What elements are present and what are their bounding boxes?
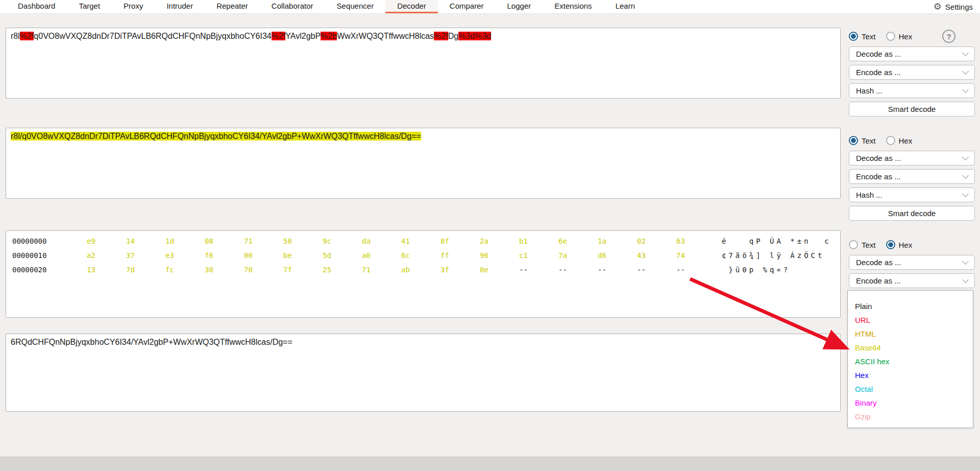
menu-item-base64[interactable]: Base64: [848, 341, 973, 355]
text-radio[interactable]: Text: [849, 136, 876, 145]
decode-as-select[interactable]: Decode as ...: [849, 151, 975, 166]
settings-label: Settings: [945, 3, 973, 11]
encode-as-select-label: Encode as ...: [856, 68, 901, 77]
tab-comparer[interactable]: Comparer: [438, 0, 496, 13]
smart-decode-button[interactable]: Smart decode: [849, 206, 975, 221]
hex-byte: 6e: [543, 237, 582, 245]
hex-radio-circle: [886, 136, 895, 145]
hex-offset: 00000020: [6, 266, 71, 274]
menu-item-ascii-hex[interactable]: ASCII hex: [848, 355, 973, 368]
decoder-result-area-1[interactable]: r8l/q0VO8wVXQZ8dnDr7DiTPAvLB6RQdCHFQnNpB…: [6, 128, 841, 199]
hex-byte: d6: [582, 251, 622, 260]
hex-offset: 00000000: [6, 237, 71, 245]
hex-byte: --: [582, 266, 622, 274]
hex-radio[interactable]: Hex: [886, 136, 913, 145]
tab-target[interactable]: Target: [67, 0, 112, 13]
hash-select-label: Hash ...: [856, 191, 883, 199]
hex-byte: --: [661, 266, 700, 274]
menu-item-plain[interactable]: Plain: [848, 299, 973, 313]
tab-repeater[interactable]: Repeater: [205, 0, 260, 13]
text-radio[interactable]: Text: [849, 240, 876, 249]
tab-dashboard[interactable]: Dashboard: [6, 0, 67, 13]
menu-item-html[interactable]: HTML: [848, 327, 973, 341]
menu-item-hex[interactable]: Hex: [848, 368, 973, 382]
encode-as-select[interactable]: Encode as ...: [849, 273, 975, 288]
hex-byte: 7f: [268, 266, 307, 274]
hex-byte: da: [347, 237, 386, 245]
text-radio-label: Text: [862, 241, 876, 249]
hex-byte: 37: [111, 251, 150, 260]
decoder-controls-1: TextHex?Decode as ...Encode as ...Hash .…: [849, 30, 975, 116]
hex-byte: 6c: [386, 251, 425, 260]
menu-item-binary[interactable]: Binary: [848, 396, 973, 410]
top-navbar: DashboardTargetProxyIntruderRepeaterColl…: [0, 0, 980, 14]
text-segment: r8l/q0VO8wVXQZ8dnDr7DiTPAvLB6RQdCHFQnNpB…: [11, 132, 421, 140]
tab-extensions[interactable]: Extensions: [543, 0, 603, 13]
view-mode-radios: TextHex: [849, 238, 975, 251]
hex-byte: fc: [150, 266, 189, 274]
text-segment: %2b: [321, 32, 337, 40]
text-segment: q0VO8wVXQZ8dnDr7DiTPAvLB6RQdCHFQnNpBjyqx…: [34, 32, 271, 40]
hex-byte: --: [543, 266, 582, 274]
tab-sequencer[interactable]: Sequencer: [325, 0, 386, 13]
decoder-controls-3: TextHexDecode as ...Encode as ...: [849, 238, 975, 288]
encode-as-select[interactable]: Encode as ...: [849, 169, 975, 184]
menu-item-gzip[interactable]: Gzip: [848, 410, 973, 423]
hex-byte: f6: [189, 251, 229, 260]
decoder-hex-area[interactable]: 00000000e9141d0871509cda418f2ab16e1a0263…: [6, 230, 841, 318]
hash-select[interactable]: Hash ...: [849, 83, 975, 98]
hash-select[interactable]: Hash ...: [849, 187, 975, 202]
hex-byte: 43: [622, 251, 661, 260]
tab-learn[interactable]: Learn: [604, 0, 647, 13]
tab-logger[interactable]: Logger: [496, 0, 543, 13]
decode-as-select-label: Decode as ...: [856, 258, 901, 267]
hex-radio[interactable]: Hex: [886, 240, 913, 249]
smart-decode-button[interactable]: Smart decode: [849, 102, 975, 116]
hex-byte: 3f: [425, 266, 464, 274]
hex-byte: b1: [504, 237, 543, 245]
hex-byte: 74: [661, 251, 700, 260]
hex-radio-circle: [886, 32, 895, 41]
hex-radio-label: Hex: [899, 136, 913, 145]
tab-proxy[interactable]: Proxy: [112, 0, 155, 13]
menu-item-octal[interactable]: Octal: [848, 382, 973, 396]
decode-as-select-label: Decode as ...: [856, 50, 901, 58]
hex-byte: a2: [71, 251, 111, 260]
decode-as-select[interactable]: Decode as ...: [849, 46, 975, 61]
text-segment: WwXrWQ3QTffwwcH8lcas: [337, 32, 434, 40]
hex-ascii: ¢7ãö¾] lÿ ÁzÖCt: [722, 251, 824, 260]
help-icon[interactable]: ?: [942, 30, 955, 43]
chevron-down-icon: [962, 258, 969, 265]
text-segment: YAvl2gbP: [285, 32, 321, 40]
hex-byte: 00: [229, 251, 268, 260]
tab-decoder[interactable]: Decoder: [385, 0, 438, 13]
hex-byte: 96: [464, 251, 504, 260]
hex-byte: --: [504, 266, 543, 274]
hex-byte: 7d: [111, 266, 150, 274]
settings-button[interactable]: ⚙ Settings: [934, 0, 980, 13]
nav-tabs: DashboardTargetProxyIntruderRepeaterColl…: [6, 0, 647, 13]
text-radio[interactable]: Text: [849, 32, 876, 41]
chevron-down-icon: [962, 68, 969, 75]
decoder-result-area-2[interactable]: 6RQdCHFQnNpBjyqxbhoCY6I34/YAvl2gbP+WwXrW…: [6, 334, 841, 412]
menu-item-url[interactable]: URL: [848, 313, 973, 327]
hex-byte: a0: [347, 251, 386, 260]
hex-byte: 71: [229, 237, 268, 245]
text-segment: 6RQdCHFQnNpBjyqxbhoCY6I34/YAvl2gbP+WwXrW…: [11, 338, 292, 346]
hex-byte: c1: [504, 251, 543, 260]
view-mode-radios: TextHex: [849, 134, 975, 147]
decode-as-select-label: Decode as ...: [856, 154, 901, 162]
decoder-input-area[interactable]: r8l%2fq0VO8wVXQZ8dnDr7DiTPAvLB6RQdCHFQnN…: [6, 28, 841, 99]
encode-as-select[interactable]: Encode as ...: [849, 65, 975, 80]
hex-radio[interactable]: Hex: [886, 32, 913, 41]
text-radio-circle: [849, 240, 858, 249]
hex-byte: 25: [307, 266, 347, 274]
hex-byte: 7a: [543, 251, 582, 260]
tab-collaborator[interactable]: Collaborator: [260, 0, 325, 13]
decode-as-select[interactable]: Decode as ...: [849, 255, 975, 270]
tab-intruder[interactable]: Intruder: [155, 0, 205, 13]
hex-offset: 00000010: [6, 251, 71, 260]
hex-radio-label: Hex: [899, 241, 913, 249]
encode-as-menu: PlainURLHTMLBase64ASCII hexHexOctalBinar…: [847, 290, 973, 428]
text-segment: %2f: [272, 32, 286, 40]
